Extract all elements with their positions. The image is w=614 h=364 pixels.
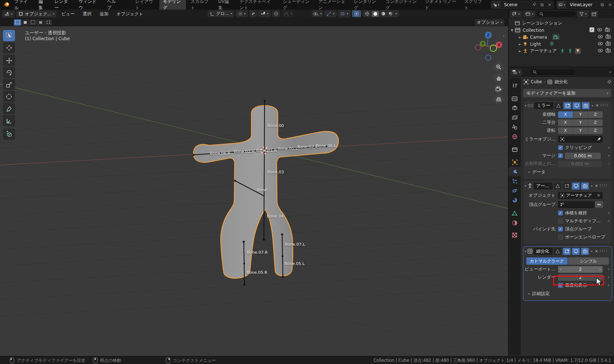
tab-object[interactable] [508,157,521,167]
breadcrumb-object[interactable]: Cube [531,79,542,84]
disable-render-icon[interactable] [606,41,611,47]
bind-bone-envelopes-checkbox[interactable] [558,235,563,240]
tab-modifiers[interactable] [508,167,521,176]
tab-view-layer[interactable] [508,113,521,122]
mirror-on-cage-toggle[interactable] [554,102,562,109]
multi-modifier-checkbox[interactable] [558,219,563,223]
decorator-dot[interactable]: • [607,219,610,223]
tab-constraints[interactable] [508,195,521,205]
mirror-object-field[interactable] [558,136,603,143]
tool-scale[interactable] [3,79,15,90]
tab-material[interactable] [508,218,521,227]
bisect-distance-field[interactable]: 0.001 m [558,161,602,167]
bind-vertex-groups-checkbox[interactable]: ✓ [558,227,563,231]
subdivision-name-field[interactable]: 細分化 [534,248,553,255]
menu-select[interactable]: 選択 [79,11,95,17]
tool-add-cube[interactable] [3,129,15,140]
subdivision-on-cage-toggle[interactable] [554,248,561,255]
tool-annotate[interactable] [3,103,15,114]
gizmo-z-neg-axis[interactable] [486,55,491,61]
subdivision-advanced-section[interactable]: ▸ 詳細設定 [523,290,612,298]
tool-measure[interactable] [3,115,15,126]
mirror-extras-dropdown[interactable]: ▾ [592,104,593,107]
shading-rendered-button[interactable] [388,11,393,16]
menu-view[interactable]: ビュー [57,11,79,17]
snap-settings-dropdown[interactable]: ▾ [258,10,271,17]
subdivision-panel-header[interactable]: ▾ 細分化 ▾ × •••••••• [523,246,612,256]
camera-view-button[interactable] [493,84,504,94]
mirror-axis-y[interactable]: Y [573,111,588,118]
shading-solid-button[interactable] [372,11,379,17]
hide-eye-icon[interactable] [598,34,603,40]
blender-logo-icon[interactable] [3,2,10,8]
mirror-flip-y[interactable]: Y [573,127,588,134]
disclosure-collapsed-icon[interactable]: ► [518,42,522,46]
viewport-levels-field[interactable]: ‹ 2 › [558,266,603,273]
disable-render-icon[interactable] [606,48,611,54]
hide-eye-icon[interactable] [598,41,603,47]
expand-icon[interactable]: ▾ [525,104,526,107]
shading-material-button[interactable] [381,11,386,16]
armature-realtime-toggle[interactable] [572,183,580,189]
armature-on-cage-toggle[interactable] [554,183,561,189]
gizmo-y-neg-axis[interactable] [490,45,497,51]
shading-wireframe-button[interactable] [365,11,370,16]
clear-object-icon[interactable]: × [597,193,600,198]
invert-vertex-group-button[interactable]: ↔ [595,201,603,208]
armature-object-field[interactable]: アーマチュア × [558,192,603,199]
properties-editor-type-button[interactable]: ▾ [510,69,522,76]
disclosure-collapsed-icon[interactable]: ► [518,49,522,53]
sidebar-collapse-arrow[interactable]: ‹ [503,34,504,38]
viewlayer-remove-button[interactable]: × [606,1,614,8]
tab-output[interactable] [508,103,521,113]
armature-name-field[interactable]: アー... [534,183,553,189]
decorator-dot[interactable]: • [607,211,610,215]
simple-button[interactable]: シンプル [568,257,609,265]
overlays-dropdown[interactable]: ▾ [338,10,350,17]
subdivision-realtime-toggle[interactable] [572,248,580,255]
decrement-arrow[interactable]: ‹ [560,266,561,273]
preserve-volume-checkbox[interactable]: ✓ [558,211,563,215]
editor-type-button[interactable]: ▾ [2,11,15,18]
clipping-checkbox[interactable]: ✓ [558,145,563,150]
armature-extras-dropdown[interactable]: ▾ [591,184,592,188]
decorator-dot[interactable]: • [607,275,610,279]
drag-handle-icon[interactable]: •••••••• [599,184,604,187]
eyedropper-icon[interactable] [596,137,600,141]
drag-handle-icon[interactable]: •••••••• [600,104,605,107]
mirror-data-section[interactable]: ▸ データ [523,168,612,176]
scene-name[interactable]: Scene [501,2,532,7]
subdivision-render-toggle[interactable] [581,248,589,255]
disable-render-icon[interactable] [605,27,610,33]
decorator-dot[interactable]: • [607,162,610,166]
decorator-dot[interactable]: • [607,146,610,150]
proportional-falloff-dropdown[interactable]: ▾ [281,10,294,17]
mirror-delete-button[interactable]: × [595,103,599,108]
snap-toggle[interactable] [249,10,257,17]
merge-threshold-field[interactable]: 0.001 m [565,153,601,159]
drag-handle-icon[interactable]: •••••••• [599,250,604,253]
3d-viewport[interactable]: ユーザー・透視投影 (1) Collection | Cube Z Y X ‹ … [0,26,508,356]
tab-object-data[interactable] [508,208,521,218]
mirror-panel-header[interactable]: ▾ ミラー ▾ × •••••••• [523,101,612,110]
expand-icon[interactable]: ▾ [525,250,526,253]
zoom-button[interactable] [493,62,504,72]
mode-selector[interactable]: オブジェク... ▾ [16,11,57,18]
outliner-row-camera[interactable]: ► Camera [508,34,614,41]
disclosure-collapsed-icon[interactable]: ► [518,35,522,39]
new-collection-button[interactable] [590,11,598,18]
merge-checkbox[interactable]: ✓ [558,153,563,158]
increment-arrow[interactable]: › [599,266,601,273]
mirror-bisect-z[interactable]: Z [588,119,603,126]
mirror-axis-x[interactable]: X [558,111,573,118]
subdivision-extras-dropdown[interactable]: ▾ [591,250,592,253]
outliner-row-light[interactable]: ► Light [508,41,614,47]
menu-add[interactable]: 追加 [95,11,112,17]
mirror-bisect-x[interactable]: X [558,119,573,126]
tool-cursor[interactable] [3,42,15,53]
outliner-filter-button[interactable]: ▾ [577,11,589,18]
tool-move[interactable] [3,55,15,66]
outliner-row-scene-collection[interactable]: シーンコレクション [508,20,614,27]
decorator-dot[interactable]: • [607,283,610,287]
pivot-point-dropdown[interactable]: ▾ [236,10,248,17]
